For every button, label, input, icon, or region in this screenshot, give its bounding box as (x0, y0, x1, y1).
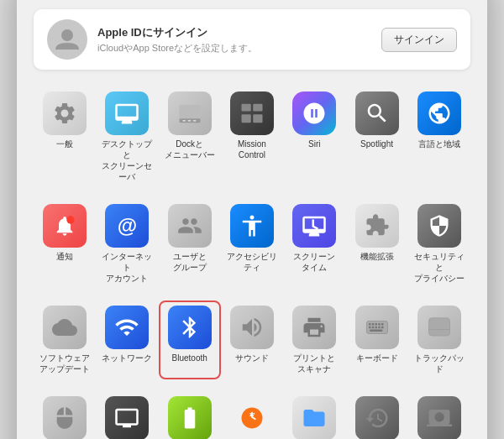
icon-label-extension: 機能拡張 (360, 251, 394, 262)
icon-label-bluetooth: Bluetooth (172, 353, 207, 363)
icon-img-language (417, 91, 461, 135)
icon-item-mouse[interactable]: マウス (34, 391, 96, 439)
icon-img-desktop (105, 91, 149, 135)
icon-img-timemachine (355, 396, 399, 439)
svg-rect-14 (375, 323, 377, 326)
icon-img-mouse (43, 396, 87, 439)
icon-img-accessibility (230, 204, 274, 248)
icon-label-software: ソフトウェア アップデート (39, 353, 90, 374)
icon-item-keyboard[interactable]: キーボード (345, 301, 407, 379)
svg-rect-9 (253, 114, 262, 123)
svg-rect-5 (192, 120, 196, 121)
icon-img-security (417, 204, 461, 248)
icon-item-internet[interactable]: @インターネット アカウント (96, 199, 158, 289)
icon-item-extension[interactable]: 機能拡張 (345, 199, 407, 289)
icon-item-language[interactable]: 言語と地域 (408, 86, 470, 187)
icon-label-network: ネットワーク (102, 353, 152, 363)
icon-item-timemachine[interactable]: Time Machine (345, 391, 407, 439)
icon-img-sharing (292, 396, 336, 439)
icon-img-users (168, 204, 212, 248)
icon-label-sound: サウンド (235, 353, 269, 363)
icon-label-users: ユーザと グループ (173, 251, 207, 273)
icon-img-screentime (292, 204, 336, 248)
icon-item-users[interactable]: ユーザと グループ (159, 199, 221, 289)
icon-item-datetime[interactable]: 17 日付と時刻 (221, 391, 283, 439)
icon-label-desktop: デスクトップと スクリーンセーバ (98, 138, 155, 182)
icon-item-security[interactable]: セキュリティと プライバシー (408, 199, 470, 289)
icon-label-security: セキュリティと プライバシー (411, 251, 468, 284)
svg-rect-8 (241, 114, 250, 123)
svg-rect-17 (369, 327, 371, 329)
icon-label-spotlight: Spotlight (360, 138, 393, 149)
svg-rect-12 (369, 323, 371, 326)
icon-label-language: 言語と地域 (418, 138, 460, 149)
icon-item-sound[interactable]: サウンド (221, 301, 283, 379)
content-area: Apple IDにサインイン iCloudやApp Storeなどを設定します。… (17, 0, 487, 439)
icon-label-screentime: スクリーン タイム (293, 251, 335, 273)
icon-label-printer: プリントと スキャナ (293, 353, 335, 374)
icon-img-software (43, 306, 87, 349)
profile-bar[interactable]: Apple IDにサインイン iCloudやApp Storeなどを設定します。… (34, 9, 470, 70)
icon-item-screentime[interactable]: スクリーン タイム (283, 199, 345, 289)
icon-item-accessibility[interactable]: アクセシビリティ (221, 199, 283, 289)
svg-rect-7 (253, 104, 262, 112)
icon-img-keyboard (355, 306, 399, 349)
profile-text: Apple IDにサインイン iCloudやApp Storeなどを設定します。 (97, 25, 381, 55)
svg-rect-18 (371, 327, 374, 329)
svg-point-10 (66, 216, 74, 223)
icon-label-ippan: 一般 (56, 138, 73, 149)
icon-item-spotlight[interactable]: Spotlight (345, 86, 407, 187)
icon-label-notification: 通知 (56, 251, 73, 262)
icon-label-siri: Siri (308, 138, 320, 149)
svg-point-0 (61, 29, 73, 41)
icon-item-display[interactable]: ディスプレイ (96, 391, 158, 439)
icon-item-startup[interactable]: 起動ディスク (408, 391, 470, 439)
icon-item-siri[interactable]: Siri (283, 86, 345, 187)
icon-label-dock: Dockと メニューバー (165, 138, 215, 160)
svg-rect-16 (381, 323, 384, 326)
system-preferences-window: ‹ › ⊞ システム環境設定 🔍 Apple IDにサインイン iCloudやA… (17, 0, 487, 439)
icon-item-sharing[interactable]: 共有 (283, 391, 345, 439)
icon-item-printer[interactable]: プリントと スキャナ (283, 301, 345, 379)
icon-item-bluetooth[interactable]: Bluetooth (159, 301, 221, 379)
avatar-icon (54, 26, 81, 53)
icon-item-battery[interactable]: バッテリー (159, 391, 221, 439)
icon-img-battery (168, 396, 212, 439)
icon-img-bluetooth (168, 306, 212, 349)
svg-rect-1 (179, 105, 200, 118)
icon-label-internet: インターネット アカウント (98, 251, 155, 284)
icon-img-startup (417, 396, 461, 439)
icon-img-internet: @ (105, 204, 149, 248)
icon-item-network[interactable]: ネットワーク (96, 301, 158, 379)
icon-label-accessibility: アクセシビリティ (223, 251, 281, 273)
profile-subtitle: iCloudやApp Storeなどを設定します。 (97, 42, 381, 55)
icon-item-software[interactable]: ソフトウェア アップデート (34, 301, 96, 379)
svg-rect-22 (370, 330, 382, 332)
icon-img-printer (292, 306, 336, 349)
icon-item-notification[interactable]: 通知 (34, 199, 96, 289)
icon-img-spotlight (355, 91, 399, 135)
icon-item-desktop[interactable]: デスクトップと スクリーンセーバ (96, 86, 158, 187)
icon-img-extension (355, 204, 399, 248)
svg-rect-3 (182, 120, 186, 121)
svg-rect-20 (378, 327, 381, 329)
icon-img-display (105, 396, 149, 439)
svg-rect-19 (375, 327, 377, 329)
icon-img-sound (230, 306, 274, 349)
signin-button[interactable]: サインイン (381, 28, 457, 52)
icon-img-dock (168, 91, 212, 135)
svg-rect-4 (187, 120, 191, 121)
avatar (47, 19, 87, 60)
icon-item-mission[interactable]: Mission Control (221, 86, 283, 187)
icon-item-ippan[interactable]: 一般 (34, 86, 96, 187)
profile-title: Apple IDにサインイン (97, 25, 381, 40)
icon-label-trackpad: トラックパッド (411, 353, 468, 374)
icon-img-ippan (43, 91, 87, 135)
icon-img-trackpad (417, 306, 461, 349)
icon-img-datetime: 17 (230, 396, 274, 439)
icon-item-trackpad[interactable]: トラックパッド (408, 301, 470, 379)
icon-item-dock[interactable]: Dockと メニューバー (159, 86, 221, 187)
icon-label-keyboard: キーボード (356, 353, 398, 363)
icon-img-siri (292, 91, 336, 135)
icon-img-mission (230, 91, 274, 135)
